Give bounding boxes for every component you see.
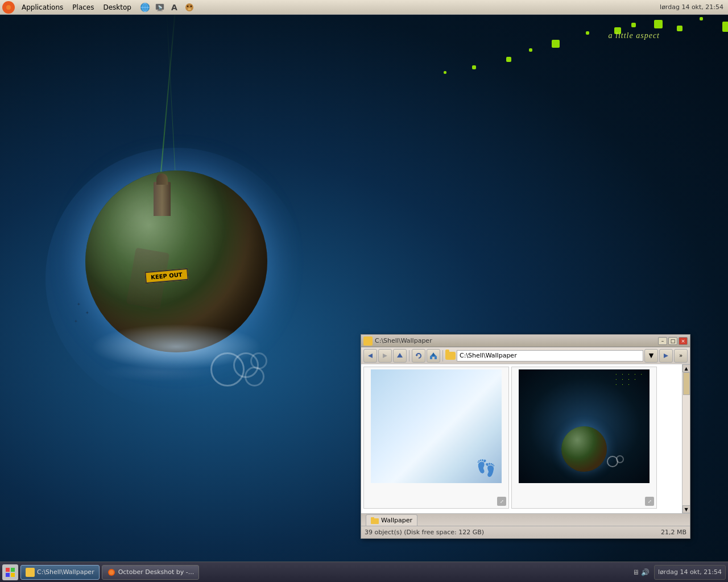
fm-main-area[interactable]: 👣 ⤢ · · · · ·· · · ·· · · — [361, 364, 682, 513]
bird-2: ✦ — [85, 310, 89, 315]
forward-button[interactable] — [378, 349, 392, 363]
svg-rect-16 — [365, 338, 367, 340]
expand-icon-2[interactable]: ⤢ — [645, 497, 654, 506]
menubar-left: Applications Places Desktop — [0, 0, 196, 14]
scroll-down-button[interactable]: ▼ — [682, 505, 690, 513]
taskbar-folder-icon — [26, 568, 35, 577]
svg-rect-28 — [6, 573, 10, 577]
places-menu[interactable]: Places — [68, 0, 98, 14]
go-button[interactable] — [659, 349, 673, 363]
fm-maximize-button[interactable]: □ — [668, 337, 677, 345]
folder-tab-label: Wallpaper — [381, 517, 412, 524]
svg-rect-26 — [6, 568, 10, 572]
svg-marker-23 — [664, 354, 668, 358]
status-left: 39 object(s) (Disk free space: 122 GB) — [365, 529, 661, 536]
system-tray: 🖥 🔊 — [630, 568, 652, 576]
taskbar-btn-label-2: October Deskshot by -... — [118, 568, 195, 576]
address-dropdown-button[interactable]: ▼ — [644, 349, 658, 363]
svg-rect-25 — [371, 517, 374, 519]
toolbar-separator-2 — [442, 350, 443, 361]
font-icon[interactable]: A — [168, 1, 181, 14]
bird-1: ✦ — [74, 319, 78, 324]
file-manager-window: C:\Shell\Wallpaper – □ × — [361, 334, 690, 539]
taskbar-start-button[interactable] — [2, 564, 18, 580]
fm-toolbar: ▼ » — [361, 347, 690, 364]
tray-network-icon: 🖥 — [632, 568, 639, 576]
svg-point-1 — [6, 5, 11, 10]
svg-text:A: A — [171, 3, 177, 12]
taskbar-browser-icon — [107, 568, 116, 577]
desktop: Applications Places Desktop — [0, 0, 728, 582]
up-button[interactable] — [393, 349, 407, 363]
taskbar-btn-file-manager[interactable]: C:\Shell\Wallpaper — [20, 565, 100, 580]
app-logo — [2, 1, 15, 14]
bird-3: ✦ — [77, 302, 81, 307]
home-button[interactable] — [427, 349, 440, 363]
planet-container: KEEP OUT ✦ ✦ ✦ — [57, 159, 296, 398]
scroll-track — [682, 372, 690, 505]
fm-scrollbar[interactable]: ▲ ▼ — [682, 364, 690, 513]
thumb-bubble-2 — [616, 455, 624, 463]
browser-icon[interactable] — [138, 1, 152, 14]
taskbar-btn-browser[interactable]: October Deskshot by -... — [102, 565, 200, 580]
planet-bottom-glow — [91, 324, 262, 369]
tower-body — [154, 182, 171, 216]
thumbnail-2[interactable]: · · · · ·· · · ·· · · ⤢ — [511, 367, 657, 509]
fm-folder-tab[interactable]: Wallpaper — [366, 514, 417, 526]
svg-marker-18 — [383, 354, 387, 358]
fm-title: C:\Shell\Wallpaper — [375, 337, 657, 344]
expand-icon-1[interactable]: ⤢ — [497, 497, 506, 506]
menubar-icons: 📡 A — [138, 1, 196, 14]
svg-point-14 — [188, 8, 191, 10]
taskbar: C:\Shell\Wallpaper October Deskshot by -… — [0, 562, 728, 582]
svg-rect-31 — [27, 569, 30, 571]
fm-minimize-button[interactable]: – — [658, 337, 667, 345]
thumb2-preview: · · · · ·· · · ·· · · — [519, 369, 650, 483]
svg-marker-17 — [368, 354, 373, 358]
fm-statusbar: 39 object(s) (Disk free space: 122 GB) 2… — [361, 526, 690, 538]
footprint-icon: 👣 — [476, 459, 496, 477]
thumb-sparkles: · · · · ·· · · ·· · · — [615, 372, 644, 388]
svg-rect-27 — [11, 568, 15, 572]
svg-text:📡: 📡 — [158, 5, 162, 10]
address-area: ▼ — [445, 349, 658, 363]
address-folder-icon — [445, 352, 456, 360]
tower-roof — [156, 173, 168, 185]
fm-titlebar[interactable]: C:\Shell\Wallpaper – □ × — [361, 335, 690, 347]
menubar: Applications Places Desktop — [0, 0, 728, 15]
taskbar-clock: lørdag 14 okt, 21:54 — [654, 565, 726, 580]
sparkles-area — [188, 17, 700, 91]
svg-point-33 — [109, 570, 114, 575]
svg-marker-22 — [432, 352, 435, 356]
thumb1-preview: 👣 — [371, 369, 502, 483]
fm-close-button[interactable]: × — [679, 337, 688, 345]
tray-volume-icon: 🔊 — [641, 568, 650, 576]
address-input[interactable] — [457, 350, 643, 361]
refresh-button[interactable] — [412, 349, 425, 363]
toolbar-separator-1 — [409, 350, 410, 361]
back-button[interactable] — [363, 349, 377, 363]
aspect-text: a little aspect — [609, 31, 660, 40]
scroll-up-button[interactable]: ▲ — [682, 364, 690, 372]
thumb-planet — [561, 426, 607, 472]
svg-rect-29 — [11, 573, 15, 577]
svg-marker-19 — [397, 353, 403, 357]
fm-window-icon — [363, 336, 373, 346]
fm-content: 👣 ⤢ · · · · ·· · · ·· · · — [361, 364, 690, 513]
svg-rect-15 — [365, 339, 371, 344]
svg-point-13 — [190, 5, 192, 7]
fm-folder-area: Wallpaper — [361, 513, 690, 526]
clock: lørdag 14 okt, 21:54 — [660, 3, 728, 11]
desktop-menu[interactable]: Desktop — [98, 0, 136, 14]
taskbar-right: 🖥 🔊 lørdag 14 okt, 21:54 — [630, 565, 726, 580]
more-button[interactable]: » — [674, 349, 688, 363]
svg-rect-30 — [27, 571, 34, 575]
network-icon[interactable]: 📡 — [153, 1, 167, 14]
thumbnail-1[interactable]: 👣 ⤢ — [363, 367, 509, 509]
bubble-ring-4 — [245, 367, 264, 386]
monkey-icon[interactable] — [183, 1, 196, 14]
status-right: 21,2 MB — [661, 529, 686, 536]
applications-menu[interactable]: Applications — [17, 0, 68, 14]
scroll-thumb[interactable] — [683, 372, 690, 395]
svg-point-12 — [187, 5, 188, 7]
